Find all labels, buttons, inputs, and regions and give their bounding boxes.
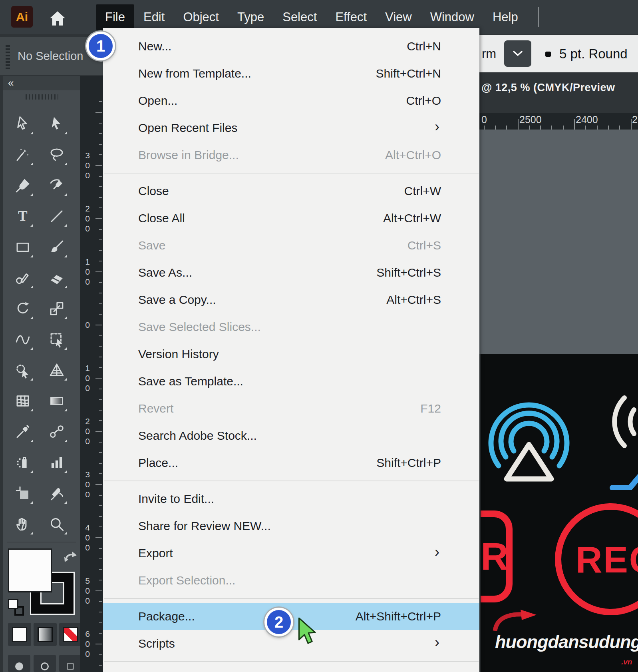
h-ruler-tick [484,126,485,130]
menu-item-browse-in-bridge: Browse in Bridge...Alt+Ctrl+O [103,142,479,169]
menu-item-close-all[interactable]: Close AllAlt+Ctrl+W [103,205,479,232]
swap-fill-stroke-icon[interactable] [63,550,78,563]
color-button[interactable] [8,623,31,646]
shape-builder-tool-icon[interactable] [12,359,34,381]
eraser-tool-icon[interactable] [46,267,68,289]
menu-item-label: Revert [138,402,173,415]
menu-item-close[interactable]: CloseCtrl+W [103,177,479,205]
type-tool-icon[interactable]: T [12,205,34,227]
gradient-button[interactable] [34,623,57,646]
slice-tool-icon[interactable] [46,482,68,504]
default-fill-stroke-icon[interactable] [8,599,24,616]
gradient-tool-icon[interactable] [46,390,68,412]
line-segment-tool-icon[interactable] [46,205,68,227]
draw-inside-button[interactable] [59,655,81,672]
menu-item-label: Export [138,546,173,560]
r-letter: R [481,534,505,578]
chevron-down-icon[interactable] [504,40,531,67]
canvas-background [479,130,638,354]
h-ruler-label: 2400 [576,114,598,126]
zoom-tool-icon[interactable] [46,513,68,535]
menu-item-save-as-template[interactable]: Save as Template... [103,368,479,395]
submenu-arrow-icon: › [435,118,439,135]
menu-item-open[interactable]: Open...Ctrl+O [103,87,479,114]
v-ruler-tick [95,112,102,113]
menu-item-save-a-copy[interactable]: Save a Copy...Alt+Ctrl+S [103,286,479,313]
menu-item-label: Browse in Bridge... [138,148,239,162]
artboard-tool-icon[interactable] [12,482,34,504]
h-ruler-tick [518,119,519,130]
scale-tool-icon[interactable] [46,297,68,320]
menu-item-place[interactable]: Place...Shift+Ctrl+P [103,449,479,477]
eyedropper-tool-icon[interactable] [12,421,34,443]
menu-item-export[interactable]: Export› [103,540,479,567]
fill-swatch[interactable] [8,548,52,592]
symbol-sprayer-tool-icon[interactable] [12,451,34,474]
menu-item-open-recent-files[interactable]: Open Recent Files› [103,114,479,142]
column-graph-tool-icon[interactable] [46,451,68,474]
menubar-item-object[interactable]: Object [174,4,228,30]
collapse-panel-icon[interactable]: « [3,76,80,90]
v-ruler-tick [95,644,102,644]
v-ruler-tick [99,420,102,421]
menubar-separator [538,7,539,27]
hand-tool-icon[interactable] [12,513,34,535]
menu-item-new-from-template[interactable]: New from Template...Shift+Ctrl+N [103,60,479,87]
v-ruler-tick [95,271,102,272]
v-ruler-tick [99,654,102,655]
menu-item-scripts[interactable]: Scripts› [103,630,479,657]
curvature-pen-tool-icon[interactable] [46,174,68,197]
lasso-tool-icon[interactable] [46,144,68,166]
menubar-item-effect[interactable]: Effect [326,4,376,30]
menu-item-version-history[interactable]: Version History [103,341,479,368]
h-ruler-tick [574,119,575,130]
v-ruler-label: 300 [80,469,95,499]
menubar-item-window[interactable]: Window [421,4,483,30]
menu-item-save-as[interactable]: Save As...Shift+Ctrl+S [103,259,479,286]
menu-item-invite-to-edit[interactable]: Invite to Edit... [103,485,479,512]
v-ruler-tick [99,558,102,559]
draw-normal-button[interactable] [8,655,30,672]
perspective-grid-tool-icon[interactable] [46,359,68,381]
menu-item-search-adobe-stock[interactable]: Search Adobe Stock... [103,422,479,449]
v-ruler-tick [95,537,102,538]
pen-tool-icon[interactable] [12,174,34,197]
stroke-style-dropdown[interactable]: 5 pt. Round [559,35,628,72]
home-icon[interactable] [46,9,70,29]
v-ruler-tick [99,442,102,443]
v-ruler-tick [99,389,102,389]
menu-item-label: Share for Review NEW... [138,519,271,533]
magic-wand-tool-icon[interactable] [12,144,34,166]
shaper-tool-icon[interactable] [12,267,34,289]
toolbar-grip[interactable] [26,94,58,100]
mesh-tool-icon[interactable] [12,390,34,412]
stroke-dot-icon [545,52,551,57]
menubar-item-edit[interactable]: Edit [134,4,174,30]
width-tool-icon[interactable] [12,328,34,351]
v-ruler-tick [95,325,102,325]
broadcast-partial-icon [609,388,638,490]
direct-selection-tool-icon[interactable] [46,113,68,135]
menubar-item-file[interactable]: File [96,4,134,30]
menubar-item-view[interactable]: View [376,4,421,30]
menu-separator [104,661,479,662]
menu-item-label: Save a Copy... [138,293,216,307]
submenu-arrow-icon: › [435,544,439,560]
rectangle-tool-icon[interactable] [12,236,34,258]
menu-item-label: Close All [138,211,185,225]
free-transform-tool-icon[interactable] [46,328,68,351]
menubar-item-select[interactable]: Select [273,4,326,30]
v-ruler-tick [99,399,102,400]
v-ruler-tick [99,633,102,634]
selection-tool-icon[interactable] [12,113,34,135]
none-button[interactable] [59,623,82,646]
blend-tool-icon[interactable] [46,421,68,443]
menu-item-share-for-review-new[interactable]: Share for Review NEW... [103,512,479,540]
rotate-tool-icon[interactable] [12,297,34,320]
h-ruler-tick [619,126,620,130]
menubar-item-type[interactable]: Type [228,4,273,30]
menubar-item-help[interactable]: Help [483,4,527,30]
draw-behind-button[interactable] [34,655,56,672]
paintbrush-tool-icon[interactable] [46,236,68,258]
menu-item-new[interactable]: New...Ctrl+N [103,33,479,60]
